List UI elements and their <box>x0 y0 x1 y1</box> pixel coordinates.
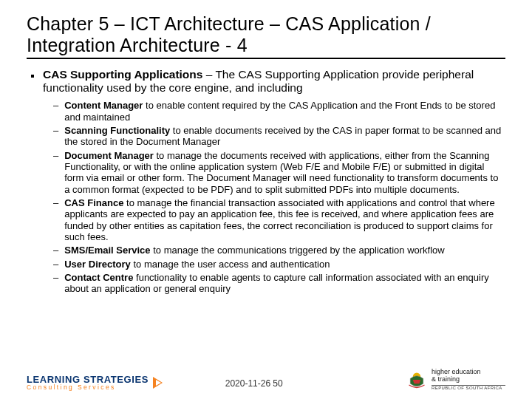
dash-icon: – <box>53 150 58 195</box>
bullet-level1: CAS Supporting Applications – The CAS Su… <box>31 68 505 96</box>
sub-bullet-list: –Content Manager to enable content requi… <box>53 100 505 294</box>
sub-bold: Document Manager <box>64 150 154 161</box>
dash-icon: – <box>53 259 58 270</box>
ls-logo-text: LEARNING STRATEGIES Consulting Services <box>27 375 149 390</box>
bullet-lead-bold: CAS Supporting Applications <box>43 68 202 81</box>
slide-title: Chapter 5 – ICT Architecture – CAS Appli… <box>27 13 505 59</box>
sub-rest: to manage the financial transaction asso… <box>64 197 494 242</box>
sub-rest: to manage the communications triggered b… <box>151 245 445 256</box>
slide-footer: LEARNING STRATEGIES Consulting Services … <box>27 375 505 390</box>
sub-bold: SMS/Email Service <box>64 245 150 256</box>
het-line2: & training <box>432 376 505 383</box>
bullet-text: CAS Supporting Applications – The CAS Su… <box>43 68 505 96</box>
sub-text: Contact Centre functionality to enable a… <box>64 272 505 295</box>
list-item: –Content Manager to enable content requi… <box>53 100 505 123</box>
sub-bold: Scanning Functionality <box>64 125 170 136</box>
dash-icon: – <box>53 125 58 148</box>
ls-line2: Consulting Services <box>27 384 149 390</box>
learning-strategies-logo: LEARNING STRATEGIES Consulting Services <box>27 375 163 390</box>
sub-text: Scanning Functionality to enable documen… <box>64 125 505 148</box>
list-item: –Contact Centre functionality to enable … <box>53 272 505 295</box>
crest-icon <box>406 369 427 390</box>
list-item: –SMS/Email Service to manage the communi… <box>53 245 505 256</box>
sub-text: Content Manager to enable content requir… <box>64 100 505 123</box>
dash-icon: – <box>53 197 58 242</box>
sub-text: CAS Finance to manage the financial tran… <box>64 197 505 242</box>
triangle-icon <box>153 377 163 389</box>
slide-body: CAS Supporting Applications – The CAS Su… <box>27 68 505 295</box>
higher-education-logo: higher education & training REPUBLIC OF … <box>406 369 505 390</box>
sub-rest: to manage the user access and authentica… <box>131 259 330 270</box>
page-number: 50 <box>273 378 282 389</box>
sub-bold: Contact Centre <box>64 272 133 283</box>
list-item: –Document Manager to manage the document… <box>53 150 505 195</box>
sub-text: SMS/Email Service to manage the communic… <box>64 245 445 256</box>
dash-icon: – <box>53 100 58 123</box>
list-item: –Scanning Functionality to enable docume… <box>53 125 505 148</box>
sub-bold: Content Manager <box>64 100 143 111</box>
slide: Chapter 5 – ICT Architecture – CAS Appli… <box>0 0 532 399</box>
bullet-dot-icon <box>31 75 34 78</box>
dash-icon: – <box>53 272 58 295</box>
sub-bold: User Directory <box>64 259 131 270</box>
het-text-block: higher education & training REPUBLIC OF … <box>432 369 505 390</box>
het-subline: REPUBLIC OF SOUTH AFRICA <box>432 386 505 390</box>
list-item: –User Directory to manage the user acces… <box>53 259 505 270</box>
sub-bold: CAS Finance <box>64 197 123 208</box>
sub-text: User Directory to manage the user access… <box>64 259 330 270</box>
dash-icon: – <box>53 245 58 256</box>
sub-text: Document Manager to manage the documents… <box>64 150 505 195</box>
footer-date: 2020-11-26 <box>225 378 270 389</box>
list-item: –CAS Finance to manage the financial tra… <box>53 197 505 242</box>
